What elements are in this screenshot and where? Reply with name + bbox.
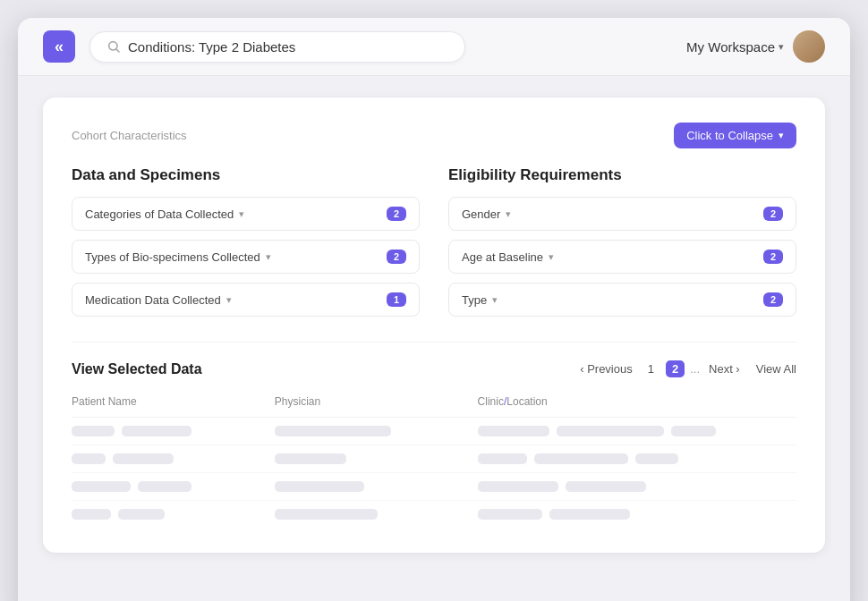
app-container: « My Workspace ▾ Cohort Characteristics (18, 18, 850, 601)
col-header-clinic: Clinic/Location (478, 390, 796, 418)
medication-chevron-icon: ▾ (226, 294, 232, 306)
age-chevron-icon: ▾ (549, 251, 554, 263)
biospecimens-chevron-icon: ▾ (266, 251, 271, 263)
view-all-button[interactable]: View All (756, 362, 796, 376)
pagination-dots: ... (690, 362, 700, 376)
clinic-cell (478, 445, 796, 473)
categories-filter[interactable]: Categories of Data Collected ▾ 2 (72, 197, 420, 231)
patient-cell (72, 418, 275, 445)
pagination-prev[interactable]: ‹ Previous (576, 360, 636, 377)
filters-grid: Data and Specimens Categories of Data Co… (72, 166, 796, 317)
age-badge: 2 (763, 250, 783, 264)
collapse-button[interactable]: Click to Collapse ▾ (674, 123, 796, 148)
gender-filter[interactable]: Gender ▾ 2 (448, 197, 796, 231)
card-header: Cohort Characteristics Click to Collapse… (72, 123, 796, 148)
type-filter[interactable]: Type ▾ 2 (448, 283, 796, 317)
workspace-label-text: My Workspace (686, 39, 775, 55)
search-input[interactable] (128, 39, 448, 55)
physician-cell (275, 473, 478, 501)
physician-cell (275, 445, 478, 473)
col-header-physician: Physician (275, 390, 478, 418)
type-badge: 2 (763, 292, 783, 307)
age-baseline-filter[interactable]: Age at Baseline ▾ 2 (448, 240, 796, 274)
collapse-chevron-icon: ▾ (779, 130, 784, 141)
table-row (72, 473, 796, 501)
view-data-title: View Selected Data (72, 361, 202, 377)
table-row (72, 418, 796, 445)
type-chevron-icon: ▾ (492, 294, 498, 306)
biospecimens-badge: 2 (387, 250, 406, 264)
col-header-patient: Patient Name (72, 390, 275, 418)
gender-chevron-icon: ▾ (506, 208, 511, 220)
view-data-header: View Selected Data ‹ Previous 1 2 ... Ne… (72, 360, 796, 377)
page-2-active[interactable]: 2 (666, 360, 685, 377)
clinic-cell (478, 418, 796, 445)
main-content: Cohort Characteristics Click to Collapse… (18, 76, 850, 574)
medication-badge: 1 (387, 292, 406, 307)
categories-badge: 2 (387, 207, 406, 221)
gender-badge: 2 (763, 207, 783, 221)
search-icon (106, 39, 121, 54)
logo-icon[interactable]: « (43, 30, 75, 63)
eligibility-title: Eligibility Requirements (448, 166, 796, 184)
patient-cell (72, 501, 275, 529)
data-specimens-section: Data and Specimens Categories of Data Co… (72, 166, 420, 317)
table-row (72, 501, 796, 529)
card-section-label: Cohort Characteristics (72, 129, 187, 142)
top-bar-right: My Workspace ▾ (686, 30, 825, 63)
categories-chevron-icon: ▾ (239, 208, 244, 220)
eligibility-section: Eligibility Requirements Gender ▾ 2 Age … (448, 166, 796, 317)
divider (72, 342, 796, 343)
user-avatar[interactable] (793, 30, 825, 63)
clinic-cell (478, 501, 796, 529)
search-bar[interactable] (89, 31, 465, 63)
data-specimens-title: Data and Specimens (72, 166, 420, 184)
medication-filter[interactable]: Medication Data Collected ▾ 1 (72, 283, 420, 317)
pagination: ‹ Previous 1 2 ... Next › View All (576, 360, 796, 377)
top-bar: « My Workspace ▾ (18, 18, 850, 76)
svg-line-1 (116, 49, 119, 52)
workspace-selector[interactable]: My Workspace ▾ (686, 39, 784, 55)
data-table: Patient Name Physician Clinic/Location (72, 390, 796, 528)
clinic-cell (478, 473, 796, 501)
physician-cell (275, 418, 478, 445)
table-row (72, 445, 796, 473)
biospecimens-filter[interactable]: Types of Bio-specimens Collected ▾ 2 (72, 240, 420, 274)
pagination-next[interactable]: Next › (705, 360, 744, 377)
patient-cell (72, 445, 275, 473)
patient-cell (72, 473, 275, 501)
page-1[interactable]: 1 (642, 360, 660, 377)
cohort-card: Cohort Characteristics Click to Collapse… (43, 97, 825, 553)
physician-cell (275, 501, 478, 529)
workspace-chevron-icon: ▾ (779, 41, 784, 53)
